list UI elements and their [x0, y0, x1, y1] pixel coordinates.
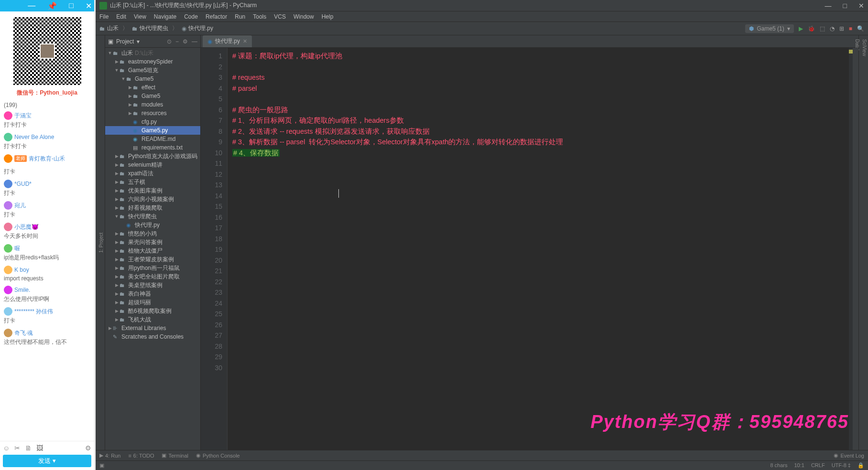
search-button[interactable]: 🔍 — [857, 25, 864, 32]
tree-row[interactable]: ▶🖿美女吧全站图片爬取 — [105, 272, 200, 281]
file-icon[interactable]: 🗎 — [25, 444, 32, 452]
chat-item[interactable]: Never Be Alone打卡打卡 — [0, 131, 94, 152]
profile-button[interactable]: ◔ — [830, 25, 835, 32]
tree-row[interactable]: ▶🖿selenium精讲 — [105, 160, 200, 169]
chat-item[interactable]: Smile.怎么使用代理IP啊 — [0, 284, 94, 305]
tree-row[interactable]: ▶🖿美桌壁纸案例 — [105, 281, 200, 289]
tree-row[interactable]: ▼🖿快代理爬虫 — [105, 212, 200, 221]
status-icon[interactable]: ▣ — [99, 462, 104, 469]
tree-row[interactable]: ▶🖿用python画一只福鼠 — [105, 264, 200, 272]
menu-code[interactable]: Code — [184, 13, 198, 20]
menu-run[interactable]: Run — [235, 13, 245, 20]
chat-item[interactable]: 老师青灯教育-山禾 — [0, 152, 94, 165]
breadcrumb-item[interactable]: 山禾 — [107, 24, 119, 32]
code-content[interactable]: # 课题：爬取ip代理，构建ip代理池 # requests# parsel #… — [228, 48, 858, 450]
run-button[interactable]: ▶ — [799, 25, 803, 32]
chat-list[interactable]: 于涵宝打卡打卡Never Be Alone打卡打卡老师青灯教育-山禾打卡*GUD… — [0, 109, 94, 455]
status-line-separator[interactable]: CRLF — [811, 462, 825, 469]
tree-row[interactable]: ▶🖿resources — [105, 109, 200, 118]
chat-item[interactable]: 奇飞·魂这些代理都不能用，信不 — [0, 327, 94, 348]
tree-row[interactable]: ▶🖿Python坦克大战小游戏源码 — [105, 152, 200, 160]
chat-max-icon[interactable]: □ — [69, 1, 74, 10]
chat-close-icon[interactable]: ✕ — [86, 1, 92, 11]
close-icon[interactable]: ✕ — [858, 2, 864, 10]
chat-pin-icon[interactable]: 📌 — [47, 1, 57, 11]
bottom-tool[interactable]: ≡ 6: TODO — [128, 452, 154, 459]
minimap[interactable] — [849, 48, 853, 450]
hide-icon[interactable]: — — [192, 38, 197, 45]
chat-item[interactable]: 宛儿打卡 — [0, 199, 94, 221]
tool-tab[interactable]: 1: Project — [98, 229, 105, 256]
bottom-tool[interactable]: ▶ 4: Run — [99, 452, 120, 459]
menu-navigate[interactable]: Navigate — [154, 13, 176, 20]
tree-row[interactable]: ▶🖿modules — [105, 100, 200, 109]
menu-vcs[interactable]: VCS — [274, 13, 286, 20]
gear-icon[interactable]: ⚙ — [183, 38, 188, 45]
tree-row[interactable]: ▼🖿山禾D:\山禾 — [105, 49, 200, 57]
chat-min-icon[interactable]: — — [28, 1, 35, 10]
menu-window[interactable]: Window — [293, 13, 314, 20]
chat-item[interactable]: 喔ip池是用redis+flask吗 — [0, 242, 94, 264]
tree-row[interactable]: ◉快代理.py — [105, 221, 200, 229]
menu-help[interactable]: Help — [322, 13, 334, 20]
breadcrumb[interactable]: 🖿山禾〉🖿快代理爬虫〉◉快代理.py — [99, 24, 213, 32]
chat-item[interactable]: ********* 孙佳伟打卡 — [0, 305, 94, 327]
menu-refactor[interactable]: Refactor — [206, 13, 227, 20]
project-tree[interactable]: ▼🖿山禾D:\山禾▶🖿eastmoneySpider▼🖿Game5坦克▼🖿Gam… — [105, 48, 200, 450]
tree-row[interactable]: ▶🖿Game5 — [105, 92, 200, 100]
gear-icon[interactable]: ⚙ — [85, 444, 91, 452]
stop-button[interactable]: ■ — [849, 25, 852, 32]
concurrency-button[interactable]: ⊞ — [839, 25, 844, 32]
tree-row[interactable]: ▶🖿酷6视频爬取案例 — [105, 307, 200, 315]
lock-icon[interactable]: 🔒 — [857, 462, 864, 469]
tool-tab[interactable]: 2: Structure — [96, 226, 98, 259]
code-editor[interactable]: 1234567891011121314151617181920212223242… — [201, 48, 858, 450]
minimize-icon[interactable]: — — [825, 2, 832, 10]
tree-row[interactable]: ◉Game5.py — [105, 126, 200, 135]
breadcrumb-item[interactable]: 快代理爬虫 — [140, 24, 168, 32]
chevron-down-icon[interactable]: ▾ — [137, 38, 140, 45]
menu-view[interactable]: View — [134, 13, 146, 20]
bottom-tool[interactable]: ◉ Python Console — [196, 452, 240, 459]
status-encoding[interactable]: UTF-8 ‡ — [832, 462, 851, 469]
tree-row[interactable]: ◉cfg.py — [105, 118, 200, 126]
tab-close-icon[interactable]: ✕ — [243, 38, 247, 44]
tree-row[interactable]: ▼🖿Game5 — [105, 75, 200, 83]
tree-row[interactable]: ▶🖿六间房小视频案例 — [105, 195, 200, 203]
tree-row[interactable]: ✎Scratches and Consoles — [105, 332, 200, 341]
image-icon[interactable]: 🖼 — [36, 444, 43, 452]
tool-tab[interactable]: SciView — [861, 35, 868, 450]
tree-row[interactable]: ▶🖿植物大战僵尸 — [105, 246, 200, 255]
chat-item[interactable]: 小恶魔😈今天多长时间 — [0, 221, 94, 242]
tree-row[interactable]: ▤requirements.txt — [105, 143, 200, 152]
menu-edit[interactable]: Edit — [116, 13, 126, 20]
tree-row[interactable]: ▶⊪External Libraries — [105, 324, 200, 332]
tree-row[interactable]: ▶🖿五子棋 — [105, 178, 200, 186]
tree-row[interactable]: ◉README.md — [105, 135, 200, 143]
breadcrumb-item[interactable]: 快代理.py — [188, 24, 213, 32]
tree-row[interactable]: ▶🖿愤怒的小鸡 — [105, 229, 200, 238]
debug-button[interactable]: 🐞 — [808, 25, 815, 32]
tree-row[interactable]: ▶🖿果壳问答案例 — [105, 238, 200, 246]
status-position[interactable]: 10:1 — [794, 462, 804, 469]
tree-row[interactable]: ▶🖿xpath语法 — [105, 169, 200, 178]
event-log-button[interactable]: ◉ Event Log — [834, 452, 864, 459]
menu-file[interactable]: File — [99, 13, 108, 20]
tree-row[interactable]: ▶🖿王者荣耀皮肤案例 — [105, 255, 200, 264]
editor-scrollbar[interactable] — [853, 48, 858, 450]
tree-row[interactable]: ▶🖿effect — [105, 83, 200, 92]
send-button[interactable]: 发送 ▾ — [3, 455, 91, 467]
coverage-button[interactable]: ⬚ — [820, 25, 825, 32]
run-config-selector[interactable]: ⬢ Game5 (1) ▾ — [745, 24, 793, 33]
editor-tab[interactable]: ◉ 快代理.py ✕ — [203, 35, 252, 47]
collapse-icon[interactable]: ⊙ — [167, 38, 172, 45]
bottom-tool[interactable]: ▣ Terminal — [162, 452, 188, 459]
tree-row[interactable]: ▶🖿优美图库案例 — [105, 186, 200, 195]
scissors-icon[interactable]: ✂ — [14, 444, 20, 452]
tree-row[interactable]: ▶🖿好看视频爬取 — [105, 203, 200, 212]
tree-row[interactable]: ▼🖿Game5坦克 — [105, 66, 200, 75]
minus-icon[interactable]: − — [175, 38, 179, 45]
chat-item[interactable]: K boyimport requests — [0, 264, 94, 284]
maximize-icon[interactable]: □ — [843, 2, 847, 10]
chat-item[interactable]: *GUD*打卡 — [0, 178, 94, 199]
